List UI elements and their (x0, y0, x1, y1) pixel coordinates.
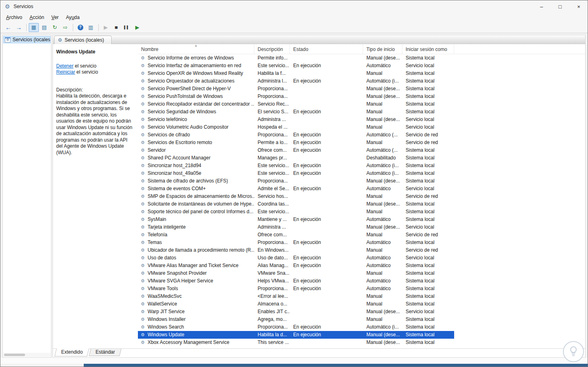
service-name-text: VMware Snapshot Provider (148, 269, 207, 277)
cell-inicio: Automático (363, 216, 402, 223)
table-row[interactable]: ⚙WalletServiceAlmacena o...ManualSistema… (138, 300, 454, 308)
extended-detail-pane: Windows Update Detener el servicio Reini… (53, 44, 138, 348)
cell-sesion: Sistema local (402, 316, 454, 323)
table-row[interactable]: ⚙Windows SearchProporciona...En ejecució… (138, 323, 454, 331)
scrollbar-thumb[interactable] (4, 354, 25, 356)
stop-service-button[interactable]: ■ (111, 23, 121, 32)
cell-name: ⚙VMware SVGA Helper Service (138, 277, 254, 285)
table-row[interactable]: ⚙Xbox Accessory Management ServiceThis s… (138, 339, 454, 346)
table-row[interactable]: ⚙WaaSMedicSvc<Error al lee...ManualSiste… (138, 293, 454, 300)
column-header-descripcion[interactable]: Descripción (254, 44, 290, 54)
cell-inicio: Manual (363, 123, 402, 131)
help-button[interactable]: ? (75, 23, 85, 32)
service-gear-icon: ⚙ (140, 110, 146, 114)
service-action-links: Detener el servicio Reiniciar el servici… (56, 63, 134, 75)
column-header-estado[interactable]: Estado (290, 44, 363, 54)
table-row[interactable]: ⚙Soporte técnico del panel de control In… (138, 208, 454, 216)
cell-name: ⚙Servicio Informe de errores de Windows (138, 54, 254, 62)
cell-desc: Proporciona... (254, 323, 290, 331)
show-console-tree-button[interactable]: ▦ (29, 23, 39, 32)
table-row[interactable]: ⚙Servicio OpenXR de Windows Mixed Realit… (138, 70, 454, 77)
properties-button[interactable]: ▤ (39, 23, 49, 32)
table-row[interactable]: ⚙TemasProporciona...En ejecuciónAutomáti… (138, 239, 454, 246)
start-service-button[interactable]: ▶ (101, 23, 111, 32)
service-name-text: Sincronizar host_218d94 (148, 162, 201, 170)
tree-horizontal-scrollbar[interactable] (3, 353, 51, 357)
column-header-nombre[interactable]: ∧ Nombre (138, 44, 254, 54)
table-row[interactable]: ⚙Windows InstallerAgrega, mo...ManualSis… (138, 316, 454, 323)
table-row[interactable]: ⚙Servicio Interfaz de almacenamiento en … (138, 62, 454, 70)
column-header-tipo-de-inicio[interactable]: Tipo de inicio (363, 44, 402, 54)
column-header-iniciar-sesion-como[interactable]: Iniciar sesión como (402, 44, 454, 54)
table-row[interactable]: ⚙VMware Snapshot ProviderVMware Sna...Ma… (138, 269, 454, 277)
show-action-pane-button[interactable]: ▥ (86, 23, 96, 32)
table-row[interactable]: ⚙VMware Alias Manager and Ticket Service… (138, 262, 454, 269)
table-row[interactable]: ⚙ServidorOfrece com...En ejecuciónAutomá… (138, 146, 454, 154)
service-gear-icon: ⚙ (140, 202, 146, 206)
panel-tab-servicios-locales[interactable]: ⚙ Servicios (locales) (54, 36, 112, 44)
cell-name: ⚙VMware Alias Manager and Ticket Service (138, 262, 254, 269)
service-gear-icon: ⚙ (140, 125, 146, 129)
tree-item-servicios-locales[interactable]: ⚙ Servicios (locales) (3, 36, 51, 43)
table-row[interactable]: ⚙VMware SVGA Helper ServiceHelps VMwa...… (138, 277, 454, 285)
table-row[interactable]: ⚙Ubicador de llamada a procedimiento rem… (138, 246, 454, 254)
cell-name: ⚙Soporte técnico del panel de control In… (138, 208, 254, 216)
table-row[interactable]: ⚙Shared PC Account ManagerManages pr...D… (138, 154, 454, 162)
service-gear-icon: ⚙ (140, 156, 146, 160)
cell-sesion: Sistema local (402, 208, 454, 216)
back-button[interactable]: ← (3, 23, 13, 32)
cell-estado: En ejecución (290, 216, 363, 223)
table-row[interactable]: ⚙Tarjeta inteligenteAdministra ...Manual… (138, 223, 454, 231)
table-row[interactable]: ⚙Sincronizar host_49a05eEste servicio...… (138, 170, 454, 177)
cell-name: ⚙Servicio Volumetric Audio Compositor (138, 123, 254, 131)
minimize-button[interactable]: – (532, 0, 551, 13)
cell-name: ⚙Sistema de cifrado de archivos (EFS) (138, 177, 254, 185)
table-row[interactable]: ⚙Servicio Volumetric Audio CompositorHos… (138, 123, 454, 131)
cell-desc: Proporciona... (254, 239, 290, 246)
table-row[interactable]: ⚙Warp JIT ServiceEnables JIT c...Manual … (138, 308, 454, 316)
menu-ayuda[interactable]: Ayuda (62, 14, 83, 21)
table-row[interactable]: ⚙Servicio Informe de errores de WindowsP… (138, 54, 454, 62)
restart-service-button[interactable]: ▶ (132, 23, 142, 32)
export-list-button[interactable]: ⇨ (60, 23, 70, 32)
table-row[interactable]: ⚙Windows UpdateHabilita la d...En ejecuc… (138, 331, 454, 339)
table-row[interactable]: ⚙Servicio PowerShell Direct de Hyper-VPr… (138, 85, 454, 93)
cell-inicio: Automático (363, 239, 402, 246)
table-row[interactable]: ⚙Uso de datosUso de dato...En ejecuciónA… (138, 254, 454, 262)
cell-desc: Administra l... (254, 77, 290, 85)
service-name-text: WaaSMedicSvc (148, 293, 182, 300)
table-row[interactable]: ⚙SysMainMantiene y ...En ejecuciónAutomá… (138, 216, 454, 223)
menu-ver[interactable]: Ver (48, 14, 62, 21)
table-row[interactable]: ⚙Servicios de cifradoProporciona...En ej… (138, 131, 454, 139)
pause-service-button[interactable]: ▌▌ (122, 23, 132, 32)
table-row[interactable]: ⚙Servicio PushToInstall de WindowsPropor… (138, 93, 454, 100)
stop-service-link[interactable]: Detener (56, 63, 74, 69)
table-row[interactable]: ⚙Servicios de Escritorio remotoPermite a… (138, 139, 454, 146)
tab-extendido[interactable]: Extendido (55, 348, 89, 356)
menu-accion[interactable]: Acción (26, 14, 48, 21)
table-row[interactable]: ⚙VMware ToolsProporciona...En ejecuciónA… (138, 285, 454, 293)
restart-service-link[interactable]: Reiniciar (56, 69, 75, 75)
table-row[interactable]: ⚙Servicio telefónicoAdministra ...Manual… (138, 116, 454, 123)
table-row[interactable]: ⚙Servicio Orquestador de actualizaciones… (138, 77, 454, 85)
close-icon: × (577, 4, 580, 10)
cell-desc: Permite a lo... (254, 139, 290, 146)
cell-inicio: Automático (i... (363, 162, 402, 170)
cell-inicio: Manual (dese... (363, 308, 402, 316)
table-row[interactable]: ⚙TelefoníaOfrece com...ManualServicio de… (138, 231, 454, 239)
cell-sesion: Sistema local (402, 93, 454, 100)
table-row[interactable]: ⚙Sincronizar host_218d94Este servicio...… (138, 162, 454, 170)
table-row[interactable]: ⚙Servicio Seguridad de WindowsEl servici… (138, 108, 454, 116)
menu-archivo[interactable]: Archivo (2, 14, 26, 21)
table-row[interactable]: ⚙Solicitante de instantáneas de volumen … (138, 200, 454, 208)
tab-estandar[interactable]: Estándar (89, 349, 122, 356)
refresh-button[interactable]: ↻ (50, 23, 60, 32)
forward-button[interactable]: → (14, 23, 24, 32)
table-row[interactable]: ⚙SMP de Espacios de almacenamiento de Mi… (138, 193, 454, 200)
table-row[interactable]: ⚙Sistema de eventos COM+Admite el Se...E… (138, 185, 454, 193)
table-row[interactable]: ⚙Sistema de cifrado de archivos (EFS)Pro… (138, 177, 454, 185)
maximize-button[interactable]: □ (551, 0, 569, 13)
lightbulb-icon (567, 345, 580, 359)
table-row[interactable]: ⚙Servicio Recopilador estándar del conce… (138, 100, 454, 108)
close-button[interactable]: × (569, 0, 588, 13)
